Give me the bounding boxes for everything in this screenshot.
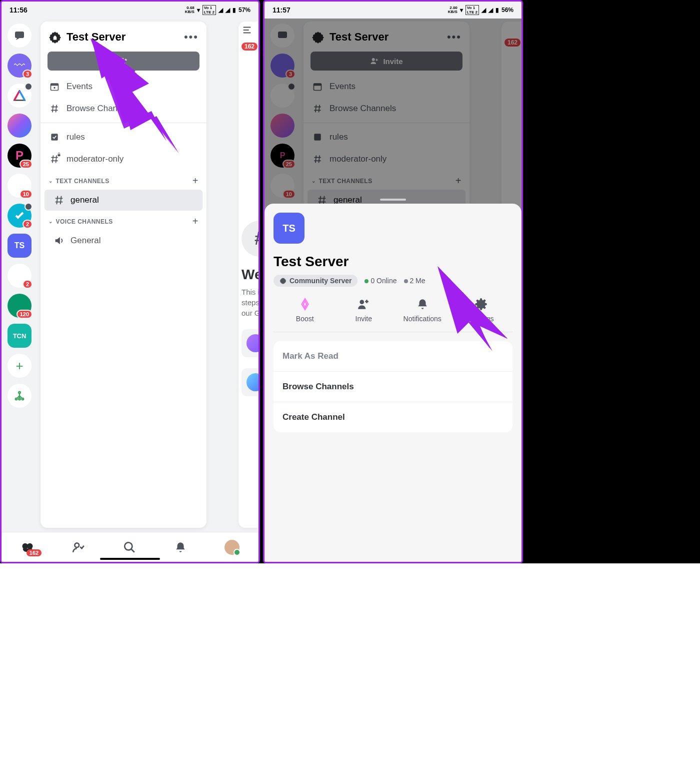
server-item[interactable]: TCN [8, 324, 32, 348]
battery-pct: 56% [502, 7, 514, 14]
add-channel-icon[interactable]: + [192, 216, 198, 227]
svg-point-5 [121, 58, 124, 61]
svg-point-14 [124, 542, 132, 550]
status-time: 11:57 [272, 6, 290, 14]
server-item[interactable]: 120 [8, 294, 32, 318]
phone-left: 11:56 0.68KB/S ▾ Vo 1LTE 2 ◢ ◢ ▮ 57% 〰3 … [0, 0, 260, 563]
community-icon [48, 31, 62, 44]
status-bar: 11:57 2.00KB/S ▾ Vo 1LTE 2 ◢ ◢ ▮ 56% [264, 2, 522, 19]
channel-moderator[interactable]: moderator-only [40, 148, 206, 170]
server-item[interactable]: 2 [8, 264, 32, 288]
onboarding-card[interactable] [242, 368, 258, 396]
signal-icon: ◢ [488, 7, 493, 14]
nav-friends-icon[interactable] [72, 541, 85, 554]
server-rail: 〰3 P25 10 2 TS 2 120 TCN + [2, 19, 38, 532]
battery-pct: 57% [238, 7, 250, 14]
channel-general[interactable]: general [44, 190, 202, 211]
notifications-button[interactable]: Notifications [393, 298, 452, 323]
status-right: 0.68KB/S ▾ Vo 1LTE 2 ◢ ◢ ▮ 57% [185, 5, 250, 15]
wifi-icon: ▾ [460, 7, 463, 14]
signal-icon: ◢ [482, 7, 486, 14]
bottom-nav: 162 [2, 532, 258, 562]
lte-icon: Vo 1LTE 2 [202, 5, 216, 15]
server-item[interactable]: 〰3 [8, 54, 32, 78]
welcome-heading: We [242, 267, 258, 283]
add-server-button[interactable]: + [8, 354, 32, 378]
status-bar: 11:56 0.68KB/S ▾ Vo 1LTE 2 ◢ ◢ ▮ 57% [2, 2, 258, 19]
channel-panel: Test Server ••• Events Browse Channels r… [40, 22, 206, 528]
svg-point-8 [54, 87, 55, 89]
svg-rect-9 [51, 134, 58, 140]
home-indicator [100, 558, 160, 560]
divider [40, 123, 206, 123]
nav-home-icon[interactable]: 162 [20, 540, 34, 554]
browse-channels-item[interactable]: Browse Channels [40, 98, 206, 120]
onboarding-card[interactable] [242, 329, 258, 357]
mention-badge: 162 [242, 43, 258, 51]
server-item-selected[interactable]: TS [8, 234, 32, 258]
server-item[interactable]: 2 [8, 204, 32, 228]
mute-icon [24, 203, 32, 211]
voice-channels-header[interactable]: ⌄ VOICE CHANNELS + [40, 211, 206, 230]
settings-button[interactable]: Settings [452, 298, 511, 323]
mark-as-read-button[interactable]: Mark As Read [274, 341, 512, 372]
server-sheet: TS Test Server Community Server 0 Online… [264, 204, 522, 562]
server-item[interactable]: 10 [8, 174, 32, 198]
svg-rect-0 [15, 32, 24, 38]
sheet-server-name: Test Server [274, 254, 512, 270]
signal-icon-2: ◢ [226, 7, 230, 14]
channel-rules[interactable]: rules [40, 126, 206, 148]
mute-icon [24, 83, 32, 91]
chat-peek: 162 # We This istepsour G [238, 22, 258, 528]
invite-button[interactable]: Invite [334, 298, 394, 323]
server-item[interactable]: P25 [8, 144, 32, 168]
add-channel-icon[interactable]: + [192, 175, 198, 187]
chevron-down-icon: ⌄ [48, 219, 53, 224]
sheet-handle[interactable] [380, 199, 406, 201]
status-time: 11:56 [10, 6, 28, 14]
voice-channel-general[interactable]: General [44, 230, 202, 251]
svg-point-1 [18, 392, 20, 394]
wifi-icon: ▾ [197, 7, 200, 14]
create-channel-button[interactable]: Create Channel [274, 402, 512, 432]
community-chip: Community Server [274, 275, 358, 287]
svg-rect-7 [51, 84, 58, 86]
dm-home-icon[interactable] [8, 24, 32, 48]
boost-button[interactable]: Boost [276, 298, 334, 323]
server-name[interactable]: Test Server [66, 31, 179, 44]
invite-button[interactable] [48, 52, 200, 71]
events-item[interactable]: Events [40, 76, 206, 98]
text-channels-header[interactable]: ⌄ TEXT CHANNELS + [40, 170, 206, 190]
server-item[interactable] [8, 114, 32, 138]
battery-icon: ▮ [232, 7, 236, 14]
list-icon [242, 25, 252, 36]
svg-point-27 [360, 300, 364, 304]
browse-channels-button[interactable]: Browse Channels [274, 372, 512, 402]
nav-search-icon[interactable] [123, 541, 136, 554]
phone-right: 11:57 2.00KB/S ▾ Vo 1LTE 2 ◢ ◢ ▮ 56% 3 P… [263, 0, 523, 563]
server-item[interactable] [8, 84, 32, 108]
svg-point-13 [75, 543, 80, 547]
sheet-list: Mark As Read Browse Channels Create Chan… [274, 341, 512, 432]
server-avatar: TS [274, 213, 304, 244]
nav-profile-avatar[interactable] [224, 540, 240, 555]
server-more-icon[interactable]: ••• [184, 31, 198, 44]
battery-icon: ▮ [496, 7, 499, 14]
chevron-down-icon: ⌄ [48, 178, 53, 184]
nav-notifications-icon[interactable] [174, 541, 187, 554]
welcome-text: This istepsour G [242, 287, 258, 318]
svg-rect-10 [58, 154, 60, 156]
discover-button[interactable] [8, 384, 32, 408]
hash-icon: # [242, 221, 258, 257]
svg-point-12 [27, 543, 33, 549]
signal-icon: ◢ [218, 7, 223, 14]
member-count: 2 Me [404, 277, 426, 285]
online-count: 0 Online [364, 277, 396, 285]
